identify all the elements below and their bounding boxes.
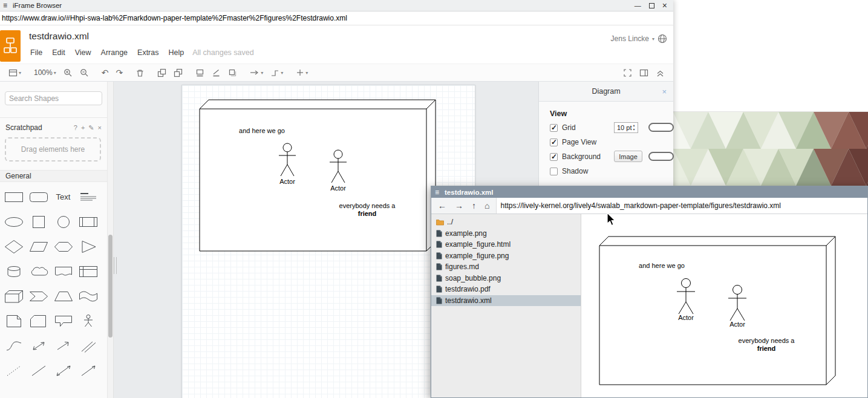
to-back-button[interactable] <box>170 65 186 80</box>
sidebar-scrollbar[interactable] <box>108 82 114 398</box>
shape-document[interactable] <box>51 259 76 284</box>
spinner-down-icon[interactable]: ▾ <box>633 128 635 132</box>
shape-bidirectional-arrow[interactable] <box>26 333 51 358</box>
window-titlebar[interactable]: ≡ iFrame Browser — × <box>0 0 673 11</box>
shape-cube[interactable] <box>1 284 26 308</box>
shape-triangle[interactable] <box>76 234 100 259</box>
hamburger-icon[interactable]: ≡ <box>3 1 7 10</box>
browser-url-bar[interactable]: https://www.draw.io/#Hhpi-swa-lab%2Fmark… <box>0 11 673 25</box>
undo-button[interactable]: ↶ <box>98 65 113 80</box>
background-color-swatch[interactable] <box>648 152 674 161</box>
shape-bidirectional-connector[interactable] <box>51 358 76 383</box>
connection-button[interactable]: ▾ <box>246 65 267 80</box>
shape-dashed-line[interactable] <box>1 358 26 383</box>
shape-rectangle[interactable] <box>1 184 26 209</box>
shadow-button[interactable] <box>224 65 241 80</box>
redo-button[interactable]: ↷ <box>112 65 126 80</box>
waypoints-button[interactable]: ▾ <box>267 65 287 80</box>
grid-checkbox[interactable] <box>550 124 558 132</box>
zoom-out-button[interactable] <box>76 65 93 80</box>
menu-arrange[interactable]: Arrange <box>96 47 132 58</box>
shape-parallelogram[interactable] <box>26 234 51 259</box>
menu-file[interactable]: File <box>25 47 47 58</box>
shape-directional-connector[interactable] <box>76 358 100 383</box>
shape-diamond[interactable] <box>1 234 26 259</box>
line-color-button[interactable] <box>208 65 224 80</box>
shape-rounded-rectangle[interactable] <box>26 184 51 209</box>
minimize-button[interactable]: — <box>635 2 641 9</box>
scrollbar-thumb[interactable] <box>108 235 113 338</box>
close-icon[interactable]: × <box>98 124 102 132</box>
home-icon[interactable]: ⌂ <box>485 201 489 210</box>
close-button[interactable]: × <box>662 2 667 9</box>
collapse-toolbar-icon[interactable] <box>656 68 665 77</box>
menu-view[interactable]: View <box>70 47 96 58</box>
edit-pencil-icon[interactable]: ✎ <box>88 124 94 132</box>
shape-tape[interactable] <box>76 284 100 308</box>
file-row[interactable]: example_figure.html <box>431 239 581 250</box>
spinner-up-icon[interactable]: ▴ <box>633 123 635 128</box>
shape-ellipse[interactable] <box>1 209 26 234</box>
maximize-button[interactable] <box>649 3 654 8</box>
delete-button[interactable] <box>132 65 148 80</box>
shape-circle[interactable] <box>51 209 76 234</box>
format-panel-toggle-icon[interactable] <box>639 68 648 77</box>
shape-trapezoid[interactable] <box>51 284 76 308</box>
shape-callout[interactable] <box>51 308 76 333</box>
zoom-level-button[interactable]: 100% ▾ <box>30 65 60 80</box>
shape-actor[interactable] <box>76 308 100 333</box>
file-row[interactable]: testdrawio.pdf <box>431 284 581 295</box>
shape-note[interactable] <box>1 308 26 333</box>
file-url-bar[interactable]: https://lively-kernel.org/lively4/swalab… <box>496 198 867 214</box>
shape-cylinder[interactable] <box>1 259 26 284</box>
background-checkbox[interactable] <box>550 153 558 161</box>
shape-link[interactable] <box>76 333 100 358</box>
shape-process[interactable] <box>76 209 100 234</box>
file-row[interactable]: figures.md <box>431 261 581 273</box>
fullscreen-icon[interactable] <box>623 68 632 77</box>
shape-cloud[interactable] <box>26 259 51 284</box>
scratchpad-drop-area[interactable]: Drag elements here <box>5 137 101 161</box>
forward-icon[interactable]: → <box>455 201 463 210</box>
file-row[interactable]: soap_bubble.png <box>431 273 581 284</box>
section-general[interactable]: General <box>0 170 107 182</box>
back-icon[interactable]: ← <box>438 201 446 210</box>
page-view-checkbox[interactable] <box>550 139 558 146</box>
search-input[interactable] <box>5 94 105 103</box>
menu-edit[interactable]: Edit <box>47 47 70 58</box>
shape-line[interactable] <box>26 358 51 383</box>
background-image-button[interactable]: Image <box>614 151 642 162</box>
grid-color-swatch[interactable] <box>648 123 674 132</box>
file-row[interactable]: ../ <box>431 217 581 228</box>
shape-hexagon[interactable] <box>51 234 76 259</box>
shape-square[interactable] <box>26 209 51 234</box>
shape-step[interactable] <box>26 284 51 308</box>
shape-arrow[interactable] <box>51 333 76 358</box>
file-row-selected[interactable]: testdrawio.xml <box>431 295 581 307</box>
user-menu[interactable]: Jens Lincke ▾ <box>611 34 667 44</box>
file-row[interactable]: example_figure.png <box>431 250 581 262</box>
window-titlebar[interactable]: ≡ testdrawio.xml <box>431 186 867 198</box>
shape-internal-storage[interactable] <box>76 259 100 284</box>
up-icon[interactable]: ↑ <box>472 201 476 210</box>
menu-help[interactable]: Help <box>164 47 189 58</box>
grid-size-input[interactable]: 10 pt ▴ ▾ <box>614 122 638 133</box>
shape-card[interactable] <box>26 308 51 333</box>
shape-curve[interactable] <box>1 333 26 358</box>
shape-textbox[interactable] <box>76 184 100 209</box>
to-front-button[interactable] <box>154 65 170 80</box>
menu-extras[interactable]: Extras <box>132 47 163 58</box>
fill-color-button[interactable] <box>192 65 208 80</box>
tab-diagram[interactable]: Diagram <box>539 82 673 102</box>
zoom-in-button[interactable] <box>60 65 76 80</box>
file-row[interactable]: example.png <box>431 228 581 240</box>
globe-icon[interactable] <box>658 34 667 44</box>
add-icon[interactable]: + <box>81 124 85 132</box>
insert-button[interactable]: ▾ <box>292 65 312 80</box>
close-panel-icon[interactable]: × <box>662 82 667 102</box>
shape-search[interactable] <box>5 91 102 105</box>
help-icon[interactable]: ? <box>74 124 77 132</box>
view-style-button[interactable]: ▾ <box>5 65 25 80</box>
shape-text[interactable]: Text <box>51 184 76 209</box>
shadow-checkbox[interactable] <box>550 168 558 175</box>
